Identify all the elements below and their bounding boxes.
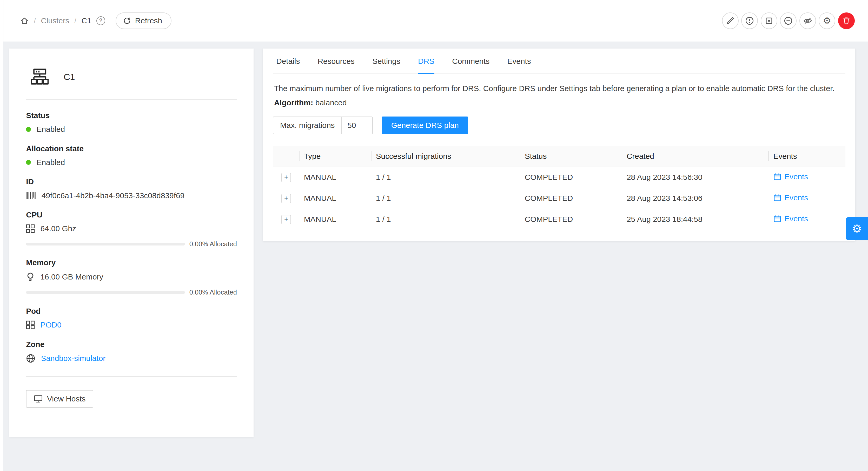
eye-invisible-icon xyxy=(803,16,812,25)
memory-value: 16.00 GB Memory xyxy=(40,272,103,281)
view-hosts-button[interactable]: View Hosts xyxy=(26,390,93,408)
edit-button[interactable] xyxy=(722,12,739,29)
question-circle-icon[interactable]: ? xyxy=(96,16,105,25)
cpu-progress: 0.00% Allocated xyxy=(26,240,237,248)
events-link[interactable]: Events xyxy=(773,214,808,223)
unmanage-button[interactable] xyxy=(761,12,777,29)
cell-successful-migrations: 1 / 1 xyxy=(372,167,520,188)
top-bar: / Clusters / C1 ? Refresh ⚙ xyxy=(3,0,868,41)
field-cpu: CPU 64.00 Ghz 0.00% Allocated xyxy=(26,210,237,248)
zone-link[interactable]: Sandbox-simulator xyxy=(41,354,106,363)
algorithm-value: balanced xyxy=(315,98,347,107)
header-actions: ⚙ xyxy=(722,12,855,29)
cell-status: COMPLETED xyxy=(520,209,622,230)
home-icon[interactable] xyxy=(20,16,29,25)
tab-comments[interactable]: Comments xyxy=(452,57,490,73)
table-row: + MANUAL 1 / 1 COMPLETED 25 Aug 2023 18:… xyxy=(273,209,845,230)
field-pod: Pod POD0 xyxy=(26,307,237,329)
exclamation-circle-icon xyxy=(745,16,754,25)
field-label: Status xyxy=(26,111,237,120)
field-label: Allocation state xyxy=(26,144,237,153)
field-label: Memory xyxy=(26,258,237,267)
calendar-icon xyxy=(773,173,781,180)
collapsed-sidebar xyxy=(0,0,3,471)
cpu-value: 64.00 Ghz xyxy=(40,224,76,233)
field-label: Pod xyxy=(26,307,237,315)
events-link-label: Events xyxy=(784,172,808,181)
outage-button[interactable] xyxy=(741,12,758,29)
tab-events[interactable]: Events xyxy=(507,57,531,73)
tab-settings[interactable]: Settings xyxy=(372,57,400,73)
refresh-label: Refresh xyxy=(135,16,162,25)
allocation-value: Enabled xyxy=(37,158,65,167)
column-header-status: Status xyxy=(520,146,622,167)
calendar-icon xyxy=(773,215,781,223)
stop-square-icon xyxy=(765,16,773,25)
cpu-allocated-label: 0.00% Allocated xyxy=(189,240,237,248)
cluster-detail-card: Details Resources Settings DRS Comments … xyxy=(263,48,855,241)
page-content: C1 Status Enabled Allocation state Enabl… xyxy=(3,41,868,437)
expand-row-button[interactable]: + xyxy=(281,194,291,203)
oobm-button[interactable] xyxy=(799,12,816,29)
cluster-title-row: C1 xyxy=(26,63,237,86)
cluster-icon xyxy=(30,67,49,86)
table-header-row: Type Successful migrations Status Create… xyxy=(273,146,845,167)
cpu-progress-track xyxy=(26,243,185,245)
barcode-icon xyxy=(26,192,36,200)
cluster-info-card: C1 Status Enabled Allocation state Enabl… xyxy=(9,48,254,437)
memory-progress-track xyxy=(26,291,185,294)
breadcrumb-separator: / xyxy=(34,16,36,25)
algorithm-label: Algorithm: xyxy=(274,98,313,107)
cpu-icon xyxy=(26,224,35,233)
cell-successful-migrations: 1 / 1 xyxy=(372,209,520,230)
field-label: CPU xyxy=(26,210,237,219)
configure-ha-button[interactable]: ⚙ xyxy=(819,12,835,29)
divider xyxy=(26,99,237,100)
delete-button[interactable] xyxy=(838,12,855,29)
pencil-icon xyxy=(726,16,735,25)
field-label: ID xyxy=(26,177,237,186)
table-row: + MANUAL 1 / 1 COMPLETED 28 Aug 2023 14:… xyxy=(273,167,845,188)
tab-resources[interactable]: Resources xyxy=(318,57,355,73)
cell-type: MANUAL xyxy=(300,167,372,188)
disable-button[interactable] xyxy=(780,12,797,29)
field-id: ID 49f0c6a1-4b2b-4ba4-9053-33c08d839f69 xyxy=(26,177,237,200)
events-link-label: Events xyxy=(784,214,808,223)
max-migrations-input[interactable] xyxy=(341,116,373,134)
tab-drs[interactable]: DRS xyxy=(418,57,434,74)
drs-description: The maximum number of live migrations to… xyxy=(274,83,844,95)
floating-settings-button[interactable]: ⚙ xyxy=(846,217,868,240)
field-allocation-state: Allocation state Enabled xyxy=(26,144,237,167)
trash-icon xyxy=(842,17,850,25)
expand-row-button[interactable]: + xyxy=(281,215,291,224)
gear-icon: ⚙ xyxy=(823,16,831,26)
bulb-icon xyxy=(26,272,35,281)
cell-successful-migrations: 1 / 1 xyxy=(372,188,520,209)
tab-bar: Details Resources Settings DRS Comments … xyxy=(273,48,845,74)
field-memory: Memory 16.00 GB Memory 0.00% Allocated xyxy=(26,258,237,296)
id-value: 49f0c6a1-4b2b-4ba4-9053-33c08d839f69 xyxy=(41,191,184,200)
events-link[interactable]: Events xyxy=(773,172,808,181)
events-link-label: Events xyxy=(784,193,808,202)
column-header-type: Type xyxy=(300,146,372,167)
breadcrumb-clusters[interactable]: Clusters xyxy=(41,16,69,25)
refresh-button[interactable]: Refresh xyxy=(116,12,172,29)
divider xyxy=(26,376,237,377)
expand-row-button[interactable]: + xyxy=(281,173,291,182)
field-status: Status Enabled xyxy=(26,111,237,134)
drs-controls: Max. migrations Generate DRS plan xyxy=(273,116,845,134)
tab-details[interactable]: Details xyxy=(276,57,300,73)
refresh-icon xyxy=(123,16,131,25)
cell-type: MANUAL xyxy=(300,188,372,209)
status-value: Enabled xyxy=(37,125,65,134)
breadcrumb: / Clusters / C1 ? Refresh xyxy=(20,12,172,29)
calendar-icon xyxy=(773,194,781,202)
expand-column-header xyxy=(273,146,299,167)
column-header-events: Events xyxy=(769,146,845,167)
events-link[interactable]: Events xyxy=(773,193,808,202)
pod-link[interactable]: POD0 xyxy=(40,321,62,329)
generate-drs-plan-button[interactable]: Generate DRS plan xyxy=(382,116,468,134)
table-row: + MANUAL 1 / 1 COMPLETED 28 Aug 2023 14:… xyxy=(273,188,845,209)
field-zone: Zone Sandbox-simulator xyxy=(26,340,237,363)
drs-algorithm-line: Algorithm: balanced xyxy=(274,98,844,107)
